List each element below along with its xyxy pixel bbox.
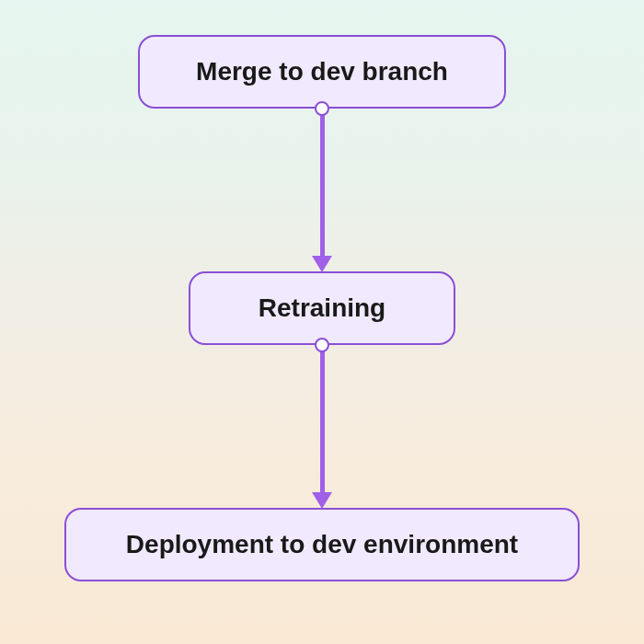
flow-node-merge-to-dev-branch: Merge to dev branch xyxy=(138,35,506,109)
flow-edge xyxy=(320,114,325,258)
flow-node-label: Retraining xyxy=(259,293,385,323)
flow-node-label: Deployment to dev environment xyxy=(126,530,518,559)
arrow-down-icon xyxy=(312,492,332,509)
connector-port-icon xyxy=(315,338,329,352)
flow-node-deployment-to-dev-environment: Deployment to dev environment xyxy=(64,508,580,581)
flow-node-label: Merge to dev branch xyxy=(196,57,448,86)
flow-edge xyxy=(320,351,325,494)
arrow-down-icon xyxy=(312,256,332,272)
flow-node-retraining: Retraining xyxy=(189,271,455,345)
connector-port-icon xyxy=(315,101,329,116)
flowchart-canvas: Merge to dev branch Retraining Deploymen… xyxy=(0,0,644,644)
